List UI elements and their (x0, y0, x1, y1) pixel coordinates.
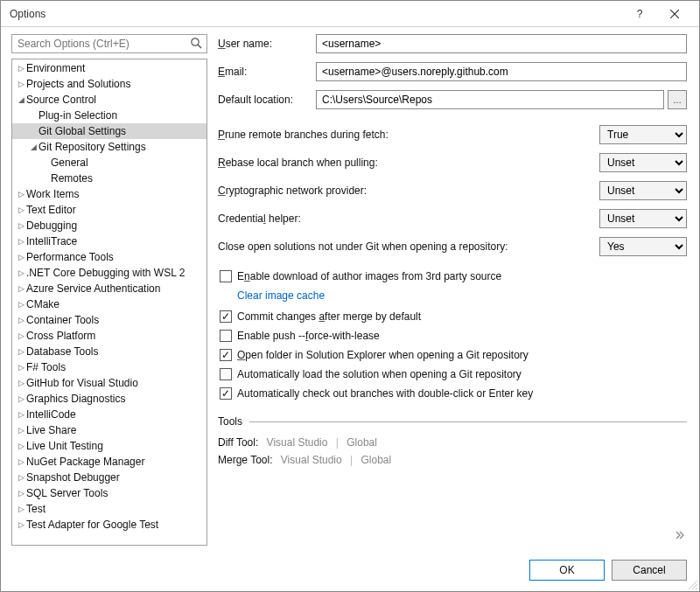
browse-button[interactable]: … (668, 90, 687, 109)
prune-select[interactable]: True (599, 125, 687, 144)
tree-item[interactable]: General (12, 155, 206, 171)
svg-line-6 (696, 588, 697, 589)
close-solutions-select[interactable]: Yes (599, 237, 687, 256)
tree-item[interactable]: ◢Git Repository Settings (12, 139, 206, 155)
tree-item-label: GitHub for Visual Studio (26, 377, 138, 389)
tree-item[interactable]: ▷IntelliTrace (12, 233, 206, 249)
expand-icon[interactable]: ▷ (16, 457, 26, 466)
auto-checkout-checkbox[interactable] (220, 387, 232, 400)
tree-item[interactable]: ▷Cross Platform (12, 328, 206, 344)
auto-load-row[interactable]: Automatically load the solution when ope… (218, 368, 687, 380)
email-input[interactable] (316, 62, 687, 81)
close-button[interactable] (657, 2, 692, 26)
expand-icon[interactable]: ▷ (16, 205, 26, 214)
expand-icon[interactable]: ▷ (16, 331, 26, 340)
tree-item[interactable]: Remotes (12, 171, 206, 186)
expand-icon[interactable]: ▷ (16, 300, 26, 309)
ok-button[interactable]: OK (529, 560, 605, 581)
expand-icon[interactable]: ▷ (16, 489, 26, 498)
tree-item-label: IntelliTrace (26, 235, 77, 247)
tree-item[interactable]: ▷Performance Tools (12, 249, 206, 265)
expand-icon[interactable]: ▷ (16, 410, 26, 419)
expand-collapse-icon[interactable]: ◢ (28, 143, 38, 151)
tree-item[interactable]: ▷.NET Core Debugging with WSL 2 (12, 265, 206, 281)
force-lease-checkbox[interactable] (220, 330, 232, 342)
open-folder-checkbox[interactable] (220, 349, 232, 361)
expand-icon[interactable]: ▷ (16, 379, 26, 387)
expand-icon[interactable]: ▷ (16, 237, 26, 246)
tree-item[interactable]: ▷Live Share (12, 422, 206, 438)
expand-icon[interactable]: ▷ (16, 284, 26, 293)
tree-item[interactable]: ▷SQL Server Tools (12, 485, 206, 501)
merge-tool-global-option[interactable]: Global (360, 454, 391, 466)
expand-icon[interactable]: ▷ (16, 190, 26, 198)
svg-point-2 (192, 38, 199, 45)
auto-load-checkbox[interactable] (220, 368, 232, 380)
tree-item[interactable]: Git Global Settings (12, 123, 206, 139)
tree-item[interactable]: ▷NuGet Package Manager (12, 454, 206, 470)
options-tree[interactable]: ▷Environment▷Projects and Solutions◢Sour… (11, 59, 207, 546)
expand-icon[interactable]: ▷ (16, 505, 26, 513)
tree-item-label: Remotes (51, 172, 93, 185)
tree-item[interactable]: ▷Test (12, 501, 206, 517)
diff-tool-global-option[interactable]: Global (346, 436, 377, 449)
tree-item[interactable]: ▷Live Unit Testing (12, 438, 206, 454)
expand-icon[interactable]: ▷ (16, 363, 26, 372)
expand-collapse-icon[interactable]: ◢ (16, 95, 26, 104)
auto-checkout-row[interactable]: Automatically check out branches with do… (218, 387, 687, 400)
credential-select[interactable]: Unset (599, 209, 687, 228)
tree-item[interactable]: ▷F# Tools (12, 359, 206, 375)
expand-icon[interactable]: ▷ (16, 442, 26, 450)
expand-icon[interactable]: ▷ (16, 80, 26, 88)
clear-image-cache-link[interactable]: Clear image cache (237, 289, 325, 302)
expand-icon[interactable]: ▷ (16, 394, 26, 403)
tree-item[interactable]: ▷IntelliCode (12, 407, 206, 422)
tree-item[interactable]: ▷Debugging (12, 218, 206, 233)
tree-item[interactable]: ▷GitHub for Visual Studio (12, 375, 206, 391)
tree-item[interactable]: ▷Work Items (12, 186, 206, 202)
tree-item[interactable]: ◢Source Control (12, 92, 206, 108)
expand-icon[interactable]: ▷ (16, 520, 26, 529)
help-button[interactable]: ? (622, 2, 657, 26)
username-input[interactable] (316, 34, 687, 53)
cancel-button[interactable]: Cancel (612, 560, 687, 581)
rebase-select[interactable]: Unset (599, 153, 687, 172)
commit-after-merge-checkbox[interactable] (220, 310, 232, 323)
tree-item[interactable]: ▷Azure Service Authentication (12, 281, 206, 296)
enable-author-images-checkbox[interactable] (220, 270, 232, 282)
scroll-down-chevron[interactable] (673, 528, 687, 542)
tree-item-label: Work Items (26, 188, 79, 200)
diff-tool-vs-option[interactable]: Visual Studio (267, 436, 328, 449)
expand-icon[interactable]: ▷ (16, 426, 26, 435)
tree-item[interactable]: ▷Test Adapter for Google Test (12, 517, 206, 533)
crypto-select[interactable]: Unset (599, 181, 687, 200)
expand-icon[interactable]: ▷ (16, 268, 26, 277)
auto-load-label: Automatically load the solution when ope… (237, 368, 522, 380)
tree-item[interactable]: ▷Snapshot Debugger (12, 470, 206, 485)
merge-tool-vs-option[interactable]: Visual Studio (281, 454, 342, 466)
tree-item[interactable]: Plug-in Selection (12, 108, 206, 123)
force-lease-row[interactable]: Enable push --force-with-lease (218, 330, 687, 342)
resize-grip[interactable] (687, 579, 697, 589)
merge-tool-label: Merge Tool: (218, 454, 272, 466)
search-input[interactable] (11, 34, 207, 53)
tree-item[interactable]: ▷Text Editor (12, 202, 206, 218)
expand-icon[interactable]: ▷ (16, 253, 26, 261)
expand-icon[interactable]: ▷ (16, 64, 26, 73)
expand-icon[interactable]: ▷ (16, 347, 26, 356)
expand-icon[interactable]: ▷ (16, 221, 26, 230)
default-location-input[interactable] (316, 90, 664, 109)
tree-item[interactable]: ▷Database Tools (12, 344, 206, 359)
auto-checkout-label: Automatically check out branches with do… (237, 387, 533, 400)
tree-item[interactable]: ▷Projects and Solutions (12, 76, 206, 92)
open-folder-row[interactable]: Open folder in Solution Explorer when op… (218, 349, 687, 361)
close-icon (670, 10, 679, 18)
tree-item[interactable]: ▷Container Tools (12, 312, 206, 328)
tree-item[interactable]: ▷CMake (12, 296, 206, 312)
tree-item[interactable]: ▷Environment (12, 60, 206, 76)
expand-icon[interactable]: ▷ (16, 316, 26, 324)
commit-after-merge-row[interactable]: Commit changes after merge by default (218, 310, 687, 323)
expand-icon[interactable]: ▷ (16, 473, 26, 482)
enable-author-images-row[interactable]: Enable download of author images from 3r… (218, 270, 687, 282)
tree-item[interactable]: ▷Graphics Diagnostics (12, 391, 206, 407)
